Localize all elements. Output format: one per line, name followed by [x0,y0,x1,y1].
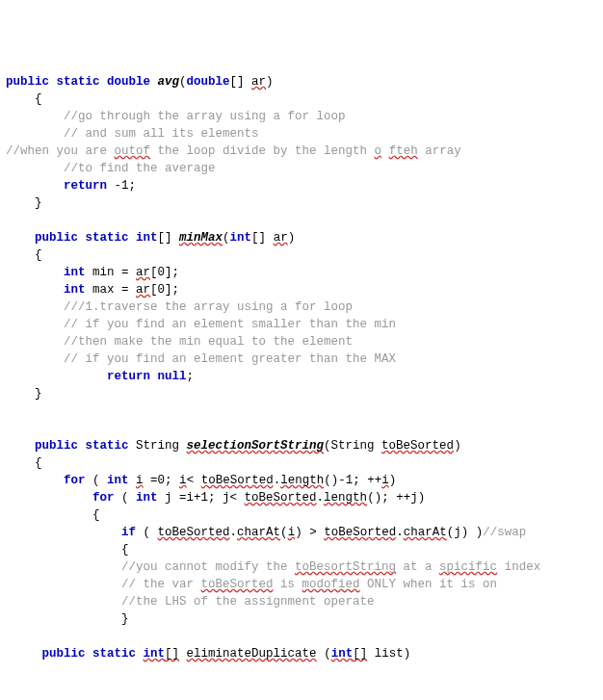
comment-line: //when you are outof the loop divide by … [6,144,461,158]
param-list: list) [367,647,410,661]
dot: . [230,526,238,539]
end: (); ++j) [367,491,425,505]
kw-public: public static double [6,75,158,89]
lbrace: { [92,508,100,522]
decl-max: max = [86,283,137,297]
var-tobesorted: toBeSorted [245,491,317,505]
kw-int: int [107,474,129,487]
var-i: i [136,474,144,487]
kw-for: for [92,491,115,505]
method-length: length [324,491,367,505]
kw-public: public static int [35,231,158,245]
param-ar: ar [251,75,266,89]
comment-line: ///1.traverse the array using a for loop [64,300,353,314]
lbrace: { [35,92,42,106]
dot: . [396,526,404,539]
type-int: int [144,647,166,661]
type-int: int [331,647,354,661]
kw-if: if [121,526,136,539]
gt: ) > [295,526,324,539]
return-value: -1; [107,179,136,193]
comment-swap: //swap [483,526,526,539]
param-ar: ar [274,231,288,245]
lbrace: { [35,456,42,470]
idx: [0]; [150,266,179,279]
var-tobesorted: toBeSorted [201,474,274,487]
rest: j =i+1; j< [158,491,245,505]
type-int: int [230,231,252,245]
var-tobesorted: toBeSorted [324,526,396,539]
paren-close: ) [288,231,296,245]
paren: ( [280,526,288,539]
method-eliminate: eliminateDuplicate [187,647,317,661]
var-ar: ar [136,266,150,279]
idx: [0]; [150,283,179,297]
var-i: i [288,526,296,539]
paren-close: ) [266,75,274,89]
comment-line: // if you find an element smaller than t… [64,318,396,331]
rbrace: } [121,612,129,626]
rbrace: } [35,196,42,210]
brackets: [] [165,647,179,661]
comment-line: // and sum all its elements [64,127,259,141]
rbrace: } [35,387,42,401]
dot: . [317,491,325,505]
comment-line: //to find the average [64,162,216,175]
kw-for: for [64,474,86,487]
comment-line: //the LHS of the assignment operate [121,595,375,609]
method-selsort: selectionSortString [187,439,325,453]
kw-int: int [136,491,158,505]
paren-close: ) [454,439,461,453]
comment-line: //then make the min equal to the element [64,335,353,349]
paren: ( [136,526,158,539]
brackets: [] [353,647,367,661]
code-editor[interactable]: public static double avg(double[] ar) { … [6,73,597,700]
method-charat: charAt [404,526,447,539]
kw-public: public static [42,647,144,661]
method-charat: charAt [237,526,280,539]
paren-open: ( [223,231,230,245]
kw-int: int [64,266,86,279]
kw-return: return null [107,370,187,383]
eq: =0; [144,474,180,487]
brackets: [] [158,231,180,245]
kw-int: int [64,283,86,297]
comment-line: //you cannot modify the toBesortString a… [121,560,540,574]
end: ()-1; ++ [324,474,381,487]
paren: ( [86,474,108,487]
var-i: i [381,474,389,487]
brackets: [] [230,75,252,89]
type-string: String [136,439,187,453]
kw-return: return [64,179,107,193]
paren-open: (String [324,439,381,453]
lbrace: { [35,248,42,262]
kw-public: public static [35,439,136,453]
method-minmax: minMax [179,231,223,245]
paren-close: ) [389,474,397,487]
var-tobesorted: toBeSorted [158,526,230,539]
method-avg: avg [158,75,180,89]
decl-min: min = [86,266,137,279]
paren-open: ( [179,75,187,89]
method-length: length [280,474,324,487]
var-i: i [179,474,187,487]
paren: ( [115,491,137,505]
sp [179,647,187,661]
var-ar: ar [136,283,150,297]
lbrace: { [121,543,129,557]
comment-line: // the var toBeSorted is modofied ONLY w… [121,578,497,591]
paren-close: (j) ) [447,526,484,539]
lt: < [187,474,201,487]
paren: ( [317,647,331,661]
comment-line: // if you find an element greater than t… [64,352,396,366]
semi: ; [187,370,195,383]
sp [129,474,137,487]
param-tobesorted: toBeSorted [381,439,454,453]
brackets: [] [251,231,274,245]
type-double: double [187,75,230,89]
comment-line: //go through the array using a for loop [64,110,346,123]
